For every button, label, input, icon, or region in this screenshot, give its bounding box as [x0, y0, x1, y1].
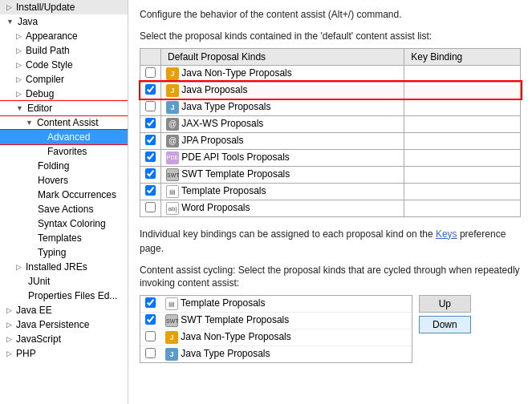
sidebar-item-php[interactable]: ▷PHP	[0, 346, 128, 361]
sidebar-label: Java EE	[16, 305, 52, 316]
cycling-checkbox[interactable]	[140, 296, 160, 313]
sidebar-item-appearance[interactable]: ▷Appearance	[0, 29, 128, 43]
sidebar-item-templates[interactable]: Templates	[0, 231, 128, 245]
cycling-checkbox[interactable]	[140, 313, 160, 329]
content-description: Configure the behavior of the content as…	[140, 8, 521, 22]
sidebar-item-compiler[interactable]: ▷Compiler	[0, 72, 128, 87]
sidebar-label: Build Path	[26, 45, 70, 56]
sidebar-label: PHP	[16, 348, 36, 359]
sidebar-label: Hovers	[38, 175, 68, 186]
sidebar-label: JUnit	[28, 276, 50, 287]
proposal-row-6[interactable]: SWT SWT Template Proposals	[140, 166, 521, 183]
row-checkbox[interactable]	[140, 200, 161, 216]
tree-arrow: ▷	[16, 263, 22, 271]
tree-arrow: ▼	[16, 104, 23, 112]
cycling-area: ▤ Template ProposalsSWT SWT Template Pro…	[140, 295, 521, 363]
proposal-table: Default Proposal Kinds Key Binding J Jav…	[140, 48, 521, 217]
proposal-row-4[interactable]: @ JPA Proposals	[140, 132, 521, 149]
cycling-row-2[interactable]: J Java Non-Type Proposals	[140, 329, 412, 346]
proposal-row-1[interactable]: J Java Proposals	[140, 82, 521, 99]
tree-arrow: ▷	[6, 306, 12, 314]
sidebar-item-content-assist[interactable]: ▼Content Assist	[0, 115, 128, 130]
sidebar-item-advanced[interactable]: Advanced	[0, 130, 128, 144]
proposal-row-7[interactable]: ▤ Template Proposals	[140, 183, 521, 200]
row-key	[404, 99, 521, 115]
row-key	[404, 200, 521, 216]
keys-note: Individual key bindings can be assigned …	[140, 227, 521, 256]
row-key	[404, 183, 521, 200]
row-checkbox[interactable]	[140, 183, 161, 200]
sidebar-label: Mark Occurrences	[38, 189, 116, 200]
sidebar-label: Syntax Coloring	[38, 218, 106, 229]
sidebar-item-junit[interactable]: JUnit	[0, 274, 128, 289]
sidebar-item-code-style[interactable]: ▷Code Style	[0, 58, 128, 72]
proposal-row-8[interactable]: ab| Word Proposals	[140, 200, 521, 216]
row-label: J Java Proposals	[161, 82, 404, 99]
sidebar: ▷Install/Update▼Java▷Appearance▷Build Pa…	[0, 0, 128, 404]
row-checkbox[interactable]	[140, 99, 161, 115]
cycling-row-0[interactable]: ▤ Template Proposals	[140, 296, 412, 313]
proposal-row-5[interactable]: PDE PDE API Tools Proposals	[140, 149, 521, 166]
tree-arrow: ▷	[16, 75, 22, 83]
sidebar-item-save-actions[interactable]: Save Actions	[0, 202, 128, 216]
row-checkbox[interactable]	[140, 82, 161, 99]
cycling-label: Content assist cycling: Select the propo…	[140, 264, 521, 291]
sidebar-label: Java	[18, 16, 38, 27]
down-button[interactable]: Down	[419, 316, 471, 333]
row-checkbox[interactable]	[140, 65, 161, 82]
main-container: ▷Install/Update▼Java▷Appearance▷Build Pa…	[0, 0, 532, 404]
sidebar-item-javascript[interactable]: ▷JavaScript	[0, 332, 128, 346]
sidebar-label: Save Actions	[38, 204, 93, 215]
sidebar-item-installed-jres[interactable]: ▷Installed JREs	[0, 260, 128, 274]
sidebar-item-java-persistence[interactable]: ▷Java Persistence	[0, 317, 128, 332]
cycling-row-1[interactable]: SWT SWT Template Proposals	[140, 313, 412, 329]
proposal-row-2[interactable]: J Java Type Proposals	[140, 99, 521, 115]
sidebar-item-editor[interactable]: ▼Editor	[0, 101, 128, 115]
section-label: Select the proposal kinds contained in t…	[140, 30, 521, 43]
row-checkbox[interactable]	[140, 166, 161, 183]
row-checkbox[interactable]	[140, 132, 161, 149]
tree-arrow: ▷	[6, 349, 12, 358]
keys-link[interactable]: Keys	[436, 228, 457, 240]
row-checkbox[interactable]	[140, 149, 161, 166]
sidebar-item-folding[interactable]: Folding	[0, 159, 128, 173]
keys-note-pre: Individual key bindings can be assigned …	[140, 228, 436, 240]
row-key	[404, 132, 521, 149]
row-label: ▤ Template Proposals	[161, 183, 404, 200]
sidebar-item-build-path[interactable]: ▷Build Path	[0, 43, 128, 58]
cycling-label-cell: J Java Non-Type Proposals	[160, 329, 412, 346]
sidebar-label: Compiler	[26, 74, 64, 85]
sidebar-label: Typing	[38, 247, 66, 258]
row-label: @ JPA Proposals	[161, 132, 404, 149]
cycling-row-3[interactable]: J Java Type Proposals	[140, 346, 412, 363]
row-label: SWT SWT Template Proposals	[161, 166, 404, 183]
sidebar-item-favorites[interactable]: Favorites	[0, 144, 128, 159]
sidebar-item-properties-files-e[interactable]: Properties Files Ed...	[0, 289, 128, 303]
sidebar-item-install-update[interactable]: ▷Install/Update	[0, 0, 128, 14]
cycling-checkbox[interactable]	[140, 346, 160, 363]
tree-arrow: ▷	[16, 90, 22, 98]
sidebar-item-hovers[interactable]: Hovers	[0, 173, 128, 188]
row-checkbox[interactable]	[140, 115, 161, 132]
cycling-checkbox[interactable]	[140, 329, 160, 346]
sidebar-item-typing[interactable]: Typing	[0, 245, 128, 260]
sidebar-item-java-ee[interactable]: ▷Java EE	[0, 303, 128, 317]
sidebar-label: Editor	[27, 103, 52, 114]
sidebar-item-syntax-coloring[interactable]: Syntax Coloring	[0, 216, 128, 231]
row-label: @ JAX-WS Proposals	[161, 115, 404, 132]
sidebar-item-java[interactable]: ▼Java	[0, 14, 128, 29]
up-button[interactable]: Up	[419, 295, 471, 313]
sidebar-label: Favorites	[47, 146, 87, 157]
sidebar-item-debug[interactable]: ▷Debug	[0, 87, 128, 101]
cycling-list: ▤ Template ProposalsSWT SWT Template Pro…	[140, 295, 412, 363]
tree-arrow: ▷	[6, 321, 12, 329]
sidebar-label: JavaScript	[16, 333, 61, 345]
tree-arrow: ▼	[26, 119, 33, 127]
tree-arrow: ▷	[6, 335, 12, 343]
row-label: ab| Word Proposals	[161, 200, 404, 216]
sidebar-item-mark-occurrences[interactable]: Mark Occurrences	[0, 188, 128, 202]
proposal-row-0[interactable]: J Java Non-Type Proposals	[140, 65, 521, 82]
row-label: J Java Non-Type Proposals	[161, 65, 404, 82]
sidebar-label: Installed JREs	[26, 261, 87, 273]
proposal-row-3[interactable]: @ JAX-WS Proposals	[140, 115, 521, 132]
